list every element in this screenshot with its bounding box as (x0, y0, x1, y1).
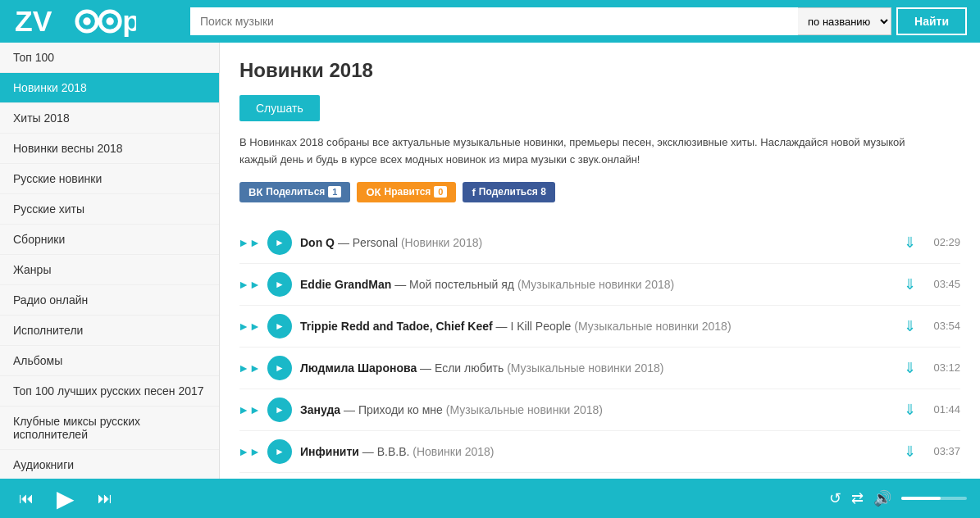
track-play-button-1[interactable]: ► (267, 272, 292, 297)
next-button[interactable]: ⏭ (92, 485, 118, 511)
logo: ZV p (13, 5, 177, 38)
track-row: ►► ► Людмила Шаронова — Если любить (Муз… (239, 348, 960, 389)
track-title-0: Don Q — Personal (Новинки 2018) (300, 236, 889, 249)
search-input[interactable] (190, 7, 798, 35)
search-button[interactable]: Найти (896, 7, 967, 35)
track-duration-4: 01:44 (931, 403, 960, 416)
track-artist-3: Людмила Шаронова (300, 361, 417, 375)
sidebar-item-hits2018[interactable]: Хиты 2018 (0, 103, 219, 134)
svg-point-4 (106, 17, 113, 25)
logo-svg: ZV p (13, 5, 136, 38)
svg-text:p: p (122, 5, 136, 38)
track-row: ►► ► Eddie GrandMan — Мой постельный яд … (239, 264, 960, 306)
sidebar-item-clubmix[interactable]: Клубные миксы русских исполнителей (0, 407, 219, 450)
social-buttons: ВК Поделиться 1 ОК Нравится 0 f Поделить… (239, 182, 960, 202)
main-content: Новинки 2018 Слушать В Новинках 2018 соб… (220, 43, 980, 479)
track-extra-4: (Музыкальные новинки 2018) (446, 403, 603, 416)
volume-button[interactable]: 🔊 (873, 489, 891, 507)
fb-share-button[interactable]: f Поделиться 8 (463, 182, 554, 202)
track-mini-play-0[interactable]: ►► (239, 233, 259, 252)
fb-icon: f (472, 186, 475, 198)
vk-share-label: Поделиться (266, 186, 325, 198)
ok-icon: ОК (366, 186, 381, 198)
track-play-button-2[interactable]: ► (267, 314, 292, 339)
track-row: ►► ► Зануда — Приходи ко мне (Музыкальны… (239, 389, 960, 431)
track-mini-play-2[interactable]: ►► (239, 316, 259, 336)
track-play-button-5[interactable]: ► (267, 439, 292, 464)
track-download-0[interactable]: ⇓ (897, 234, 923, 252)
track-artist-2: Trippie Redd and Tadoe, Chief Keef (300, 320, 493, 333)
vk-icon: ВК (248, 186, 262, 198)
ok-like-button[interactable]: ОК Нравится 0 (357, 182, 456, 202)
sidebar-item-artists[interactable]: Исполнители (0, 316, 219, 346)
search-filter[interactable]: по названию (798, 7, 891, 35)
volume-slider[interactable] (901, 497, 967, 500)
track-separator-3: — Если любить (420, 361, 507, 375)
track-title-1: Eddie GrandMan — Мой постельный яд (Музы… (300, 278, 889, 291)
track-download-2[interactable]: ⇓ (897, 317, 923, 335)
player-right-controls: ↺ ⇄ 🔊 (829, 489, 967, 507)
track-mini-play-1[interactable]: ►► (239, 275, 259, 294)
track-extra-5: (Новинки 2018) (413, 445, 494, 458)
track-mini-play-5[interactable]: ►► (239, 442, 259, 461)
track-artist-0: Don Q (300, 236, 335, 249)
track-mini-play-4[interactable]: ►► (239, 400, 259, 420)
ok-like-label: Нравится (385, 186, 431, 198)
repeat-button[interactable]: ↺ (829, 489, 841, 507)
sidebar-item-runhits[interactable]: Русские хиты (0, 194, 219, 225)
track-separator-5: — В.В.В. (362, 445, 413, 458)
player: ⏮ ▶ ⏭ ↺ ⇄ 🔊 (0, 479, 980, 518)
sidebar-item-genres[interactable]: Жанры (0, 255, 219, 285)
ok-count: 0 (434, 186, 447, 198)
track-download-5[interactable]: ⇓ (897, 443, 923, 461)
fb-share-label: Поделиться 8 (479, 186, 546, 198)
track-extra-2: (Музыкальные новинки 2018) (574, 320, 731, 333)
track-play-button-3[interactable]: ► (267, 356, 292, 380)
track-download-1[interactable]: ⇓ (897, 275, 923, 293)
track-artist-1: Eddie GrandMan (300, 278, 391, 291)
sidebar-item-new2018[interactable]: Новинки 2018 (0, 73, 219, 103)
sidebar-item-collections[interactable]: Сборники (0, 225, 219, 255)
sidebar-item-top100rus2017[interactable]: Топ 100 лучших русских песен 2017 (0, 376, 219, 407)
shuffle-button[interactable]: ⇄ (851, 489, 864, 507)
header: ZV p по названию Найти (0, 0, 980, 43)
track-mini-play-3[interactable]: ►► (239, 358, 259, 378)
sidebar-item-albums[interactable]: Альбомы (0, 346, 219, 376)
track-duration-3: 03:12 (931, 361, 960, 374)
vk-share-button[interactable]: ВК Поделиться 1 (239, 182, 350, 202)
listen-button[interactable]: Слушать (239, 95, 320, 121)
track-separator-1: — Мой постельный яд (394, 278, 517, 291)
track-artist-5: Инфинити (300, 445, 359, 458)
track-separator-2: — I Kill People (496, 320, 575, 333)
track-duration-0: 02:29 (931, 236, 960, 248)
track-row: ►► ► Trippie Redd and Tadoe, Chief Keef … (239, 306, 960, 348)
sidebar-item-audiobooks[interactable]: Аудиокниги (0, 450, 219, 479)
sidebar-item-top100[interactable]: Топ 100 (0, 43, 219, 73)
track-separator-0: — Personal (338, 236, 401, 249)
page-title: Новинки 2018 (239, 59, 960, 82)
track-separator-4: — Приходи ко мне (344, 403, 446, 416)
sidebar-item-runnew[interactable]: Русские новинки (0, 164, 219, 194)
track-play-button-4[interactable]: ► (267, 398, 292, 422)
track-play-button-0[interactable]: ► (267, 230, 292, 255)
vk-count: 1 (328, 186, 341, 198)
prev-button[interactable]: ⏮ (13, 485, 39, 511)
sidebar-item-spring2018[interactable]: Новинки весны 2018 (0, 134, 219, 164)
svg-point-2 (83, 17, 90, 25)
track-download-4[interactable]: ⇓ (897, 401, 923, 419)
track-duration-1: 03:45 (931, 278, 960, 290)
track-extra-0: (Новинки 2018) (401, 236, 482, 249)
play-pause-button[interactable]: ▶ (52, 485, 79, 511)
track-extra-3: (Музыкальные новинки 2018) (507, 361, 663, 375)
track-title-3: Людмила Шаронова — Если любить (Музыкаль… (300, 361, 889, 375)
track-row: ►► ► Don Q — Personal (Новинки 2018) ⇓ 0… (239, 222, 960, 264)
sidebar-item-radio[interactable]: Радио онлайн (0, 285, 219, 316)
track-download-3[interactable]: ⇓ (897, 359, 923, 377)
main-layout: Топ 100Новинки 2018Хиты 2018Новинки весн… (0, 43, 980, 479)
track-artist-4: Зануда (300, 403, 340, 416)
search-area: по названию Найти (190, 7, 967, 35)
volume-fill (901, 497, 941, 500)
track-title-5: Инфинити — В.В.В. (Новинки 2018) (300, 445, 889, 458)
track-row: ►► ► Инфинити — В.В.В. (Новинки 2018) ⇓ … (239, 431, 960, 473)
track-title-4: Зануда — Приходи ко мне (Музыкальные нов… (300, 403, 889, 416)
